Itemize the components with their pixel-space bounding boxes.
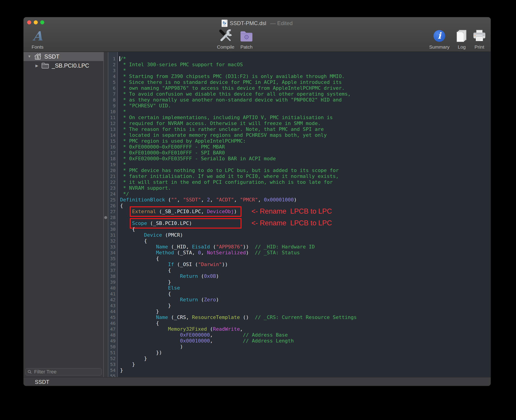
text-cursor <box>119 56 120 61</box>
compile-button[interactable]: Compile <box>213 29 238 50</box>
chevron-right-icon[interactable]: ▶ <box>34 64 39 68</box>
code-line[interactable]: 2 * Intel 300-series PMC support for mac… <box>104 62 491 68</box>
line-number: 26 <box>104 203 118 209</box>
sidebar-item-ssdt[interactable]: ▼SSDT <box>23 52 103 61</box>
code-line[interactable]: 33 Name (_HID, EisaId ("APP9876")) // _H… <box>104 244 491 250</box>
code-line[interactable]: 34 Method (_STA, 0, NotSerialized) // _S… <box>104 250 491 256</box>
code-line[interactable]: 19 * <box>104 162 491 167</box>
code-line[interactable]: 27 External (_SB_.PCI0.LPC, DeviceObj)<-… <box>104 209 491 215</box>
code-line[interactable]: 35 { <box>104 256 491 262</box>
code-line[interactable]: 46 { <box>104 320 491 326</box>
code-line[interactable]: 20 * PMC device has nothing to do to LPC… <box>104 167 491 173</box>
code-line[interactable]: 16 * 0xFE000000~0xFE00FFFF - PMC MBAR <box>104 144 491 150</box>
code-line[interactable]: 31 Device (PMCR) <box>104 232 491 238</box>
summary-button[interactable]: i Summary <box>427 29 452 50</box>
line-number: 53 <box>104 361 118 367</box>
code-line[interactable]: 4 * Starting from Z390 chipsets PMC (D31… <box>104 74 491 79</box>
code-text: 0xFE000000, // Address Base <box>118 332 491 338</box>
line-number: 21 <box>104 173 118 179</box>
code-text: Device (PMCR) <box>118 232 491 238</box>
code-line[interactable]: 50 ) <box>104 344 491 350</box>
code-line[interactable]: 39 } <box>104 279 491 285</box>
code-text: { <box>118 320 491 326</box>
code-text: Memory32Fixed (ReadWrite, <box>118 326 491 332</box>
code-line[interactable]: 51 }) <box>104 350 491 356</box>
summary-label: Summary <box>429 44 449 50</box>
code-line[interactable]: 23 * NVRAM support. <box>104 185 491 191</box>
code-line[interactable]: 54} <box>104 367 491 373</box>
sidebar-tree-panel: ▼SSDT▶_SB.PCI0.LPC <box>23 52 104 377</box>
code-line[interactable]: 40 Else <box>104 285 491 291</box>
filter-input[interactable] <box>34 369 100 375</box>
code-line[interactable]: 6 * own naming "APP9876" to access this … <box>104 85 491 91</box>
code-line[interactable]: 21 * faster initialisation. If we add it… <box>104 173 491 179</box>
code-text: Name (_HID, EisaId ("APP9876")) // _HID:… <box>118 244 491 250</box>
log-button[interactable]: Log <box>453 29 471 50</box>
code-line[interactable]: 43 } <box>104 303 491 308</box>
code-line[interactable]: 48 0xFE000000, // Address Base <box>104 332 491 338</box>
code-line[interactable]: 5 * Since there is no standard device fo… <box>104 79 491 85</box>
code-text: Method (_STA, 0, NotSerialized) // _STA:… <box>118 250 491 256</box>
code-line[interactable]: 8 * as they normally use another non-sta… <box>104 97 491 103</box>
code-line[interactable]: 22 * it will start in the end of PCI con… <box>104 179 491 185</box>
code-text: If (_OSI ("Darwin")) <box>118 262 491 267</box>
minimize-button[interactable] <box>34 20 38 24</box>
code-line[interactable]: 41 { <box>104 291 491 297</box>
svg-text:DSL: DSL <box>223 25 226 26</box>
code-line[interactable]: 9 * "PCHRESV" UID. <box>104 103 491 109</box>
code-line[interactable]: 45 Name (_CRS, ResourceTemplate () // _C… <box>104 315 491 320</box>
code-line[interactable]: 24 */ <box>104 191 491 197</box>
code-line[interactable]: 37 { <box>104 267 491 273</box>
fonts-button[interactable]: A Fonts <box>27 29 48 50</box>
code-line[interactable]: 52 } <box>104 356 491 361</box>
line-number: 43 <box>104 303 118 308</box>
code-line[interactable]: 7 * To avoid confusion we disable this d… <box>104 91 491 97</box>
line-number: 46 <box>104 320 118 326</box>
line-number: 25 <box>104 197 118 203</box>
patch-button[interactable]: ⚙ Patch <box>235 29 258 50</box>
code-line[interactable]: 13 * The reason for this is rather uncle… <box>104 126 491 132</box>
code-line[interactable]: 10 * <box>104 109 491 115</box>
code-line[interactable]: 15 * PMC region is used by AppleIntelPCH… <box>104 138 491 144</box>
chevron-down-icon[interactable]: ▼ <box>27 54 32 59</box>
code-text: * <box>118 68 491 74</box>
code-line[interactable]: 12 * required for NVRAM access. Otherwis… <box>104 120 491 126</box>
code-line[interactable]: 42 Return (Zero) <box>104 297 491 303</box>
line-number: 14 <box>104 132 118 138</box>
code-text: }) <box>118 350 491 356</box>
code-line[interactable]: 53 } <box>104 361 491 367</box>
code-line[interactable]: 17 * 0xFE010000~0xFE010FFF - SPI BAR0 <box>104 150 491 156</box>
code-line[interactable]: 14 * located in separate memory regions … <box>104 132 491 138</box>
code-text: * as they normally use another non-stand… <box>118 97 491 103</box>
code-line[interactable]: 30 { <box>104 226 491 232</box>
zoom-button[interactable] <box>40 20 44 24</box>
maciasl-window: DSL SSDT-PMC.dsl — Edited A Fonts <box>23 17 491 386</box>
code-line[interactable]: 55 <box>104 373 491 377</box>
code-line[interactable]: 3 * <box>104 68 491 74</box>
filter-field[interactable] <box>25 368 102 375</box>
code-line[interactable]: 18 * 0xFE020000~0xFE035FFF - SerialIo BA… <box>104 156 491 162</box>
line-number: 10 <box>104 109 118 115</box>
sidebar-item--sb-pci0-lpc[interactable]: ▶_SB.PCI0.LPC <box>23 61 103 70</box>
code-line[interactable]: 11 * On certain implementations, includi… <box>104 115 491 120</box>
line-number: 40 <box>104 285 118 291</box>
code-text: * 0xFE020000~0xFE035FFF - SerialIo BAR i… <box>118 156 491 162</box>
code-line[interactable]: 44 } <box>104 308 491 315</box>
code-line[interactable]: 1/* <box>104 56 491 62</box>
code-line[interactable]: 36 If (_OSI ("Darwin")) <box>104 262 491 267</box>
code-line[interactable]: 32 { <box>104 238 491 244</box>
close-button[interactable] <box>27 20 31 24</box>
line-number: 38 <box>104 273 118 279</box>
code-line[interactable]: 25DefinitionBlock ("", "SSDT", 2, "ACDT"… <box>104 197 491 203</box>
code-text: DefinitionBlock ("", "SSDT", 2, "ACDT", … <box>118 197 491 203</box>
code-line[interactable]: 38 Return (0x0B) <box>104 273 491 279</box>
print-icon <box>472 29 486 43</box>
code-line[interactable]: 47 Memory32Fixed (ReadWrite, <box>104 326 491 332</box>
line-number: 35 <box>104 256 118 262</box>
code-line[interactable]: 29 Scope (_SB.PCI0.LPC)<- Rename LPCB to… <box>104 220 491 226</box>
line-number: 24 <box>104 191 118 197</box>
code-line[interactable]: 49 0x00010000, // Address Length <box>104 338 491 344</box>
print-button[interactable]: Print <box>469 29 490 50</box>
code-lines[interactable]: 1/*2 * Intel 300-series PMC support for … <box>104 52 491 377</box>
code-editor[interactable]: 1/*2 * Intel 300-series PMC support for … <box>104 52 491 377</box>
